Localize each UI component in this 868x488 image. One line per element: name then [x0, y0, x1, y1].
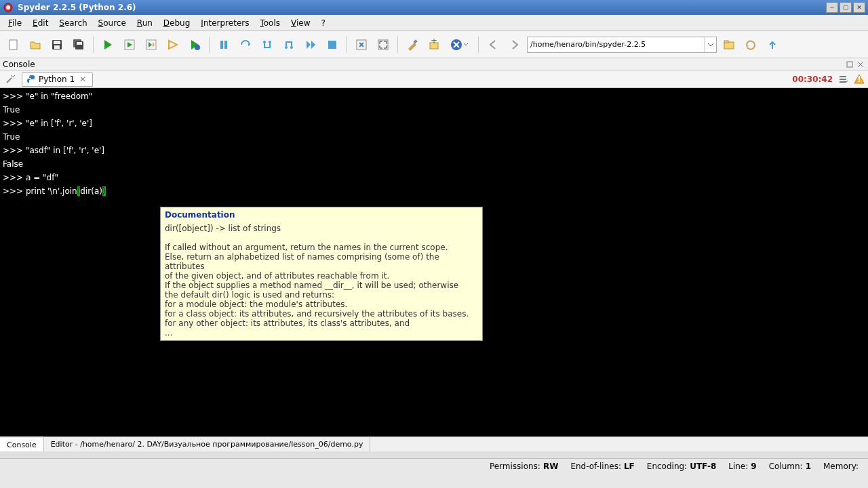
- minimize-button[interactable]: ─: [826, 2, 838, 13]
- svg-rect-26: [724, 41, 728, 43]
- console-tab-label: Python 1: [39, 75, 75, 84]
- status-col-value: 1: [806, 462, 811, 471]
- svg-rect-5: [54, 45, 60, 49]
- menu-run[interactable]: Run: [132, 17, 158, 29]
- list-menu-icon[interactable]: [837, 73, 849, 85]
- forward-button[interactable]: [505, 35, 524, 54]
- svg-point-17: [290, 46, 293, 49]
- menu-file[interactable]: File: [3, 17, 27, 29]
- menu-view[interactable]: View: [285, 17, 315, 29]
- close-button[interactable]: ✕: [853, 2, 865, 13]
- new-file-button[interactable]: [4, 35, 23, 54]
- python-path-button[interactable]: +: [425, 35, 443, 54]
- tooltip-body: dir([object]) -> list of strings If call…: [165, 224, 478, 338]
- window-title: Spyder 2.2.5 (Python 2.6): [18, 3, 826, 12]
- python-icon: [26, 75, 36, 84]
- timer-label: 00:30:42: [792, 75, 833, 84]
- menu-tools[interactable]: Tools: [254, 17, 285, 29]
- debug-continue-button[interactable]: [301, 35, 320, 54]
- svg-text:!: !: [857, 75, 861, 84]
- svg-rect-4: [54, 41, 60, 44]
- status-perm-label: Permissions:: [490, 462, 540, 471]
- svg-point-1: [6, 5, 10, 9]
- status-enc-value: UTF-8: [690, 462, 716, 471]
- working-dir-dropdown[interactable]: [704, 37, 716, 52]
- maximize-button[interactable]: ▢: [840, 2, 852, 13]
- tab-close-icon[interactable]: ✕: [77, 74, 88, 85]
- warning-icon[interactable]: !: [853, 73, 865, 85]
- svg-point-11: [195, 45, 200, 50]
- panel-close-icon[interactable]: [856, 60, 865, 69]
- menu-source[interactable]: Source: [93, 17, 132, 29]
- doc-tooltip: Documentation dir([object]) -> list of s…: [160, 207, 483, 341]
- app-icon: [3, 2, 14, 13]
- fullscreen-button[interactable]: [374, 35, 393, 54]
- svg-rect-12: [220, 41, 223, 49]
- console-tab-python1[interactable]: Python 1 ✕: [22, 72, 93, 87]
- debug-pause-button[interactable]: [214, 35, 233, 54]
- status-eol-value: LF: [624, 462, 635, 471]
- bottom-tab-editor[interactable]: Editor - /home/henaro/ 2. DAY/Визуальное…: [44, 437, 371, 451]
- run-button[interactable]: [98, 35, 117, 54]
- svg-point-14: [263, 41, 266, 43]
- set-dir-button[interactable]: [741, 35, 760, 54]
- svg-point-15: [269, 41, 271, 43]
- browse-dir-button[interactable]: [719, 35, 738, 54]
- debug-button[interactable]: [185, 35, 204, 54]
- svg-rect-8: [77, 42, 82, 45]
- debug-step-button[interactable]: [236, 35, 255, 54]
- working-dir-box: [527, 37, 717, 53]
- svg-rect-27: [847, 62, 852, 67]
- menu-interpreters[interactable]: Interpreters: [195, 17, 254, 29]
- console-panel-title: Console: [3, 60, 35, 69]
- status-col-label: Column:: [769, 462, 803, 471]
- bottom-tabbar: Console Editor - /home/henaro/ 2. DAY/Ви…: [0, 436, 868, 451]
- svg-rect-13: [224, 41, 227, 49]
- status-line-label: Line:: [728, 462, 748, 471]
- console-panel-header: Console: [0, 58, 868, 70]
- working-dir-input[interactable]: [528, 40, 704, 49]
- status-line-value: 9: [751, 462, 756, 471]
- toolbar: +: [0, 31, 868, 58]
- status-eol-label: End-of-lines:: [570, 462, 621, 471]
- debug-step-out-button[interactable]: [279, 35, 298, 54]
- text-cursor: [145, 353, 146, 364]
- back-button[interactable]: [484, 35, 502, 54]
- tooltip-header: Documentation: [165, 210, 478, 220]
- menubar: File Edit Search Source Run Debug Interp…: [0, 15, 868, 31]
- run-cell-button[interactable]: [120, 35, 139, 54]
- statusbar: Permissions:RW End-of-lines:LF Encoding:…: [0, 458, 868, 473]
- menu-debug[interactable]: Debug: [158, 17, 195, 29]
- svg-point-16: [285, 46, 288, 49]
- titlebar: Spyder 2.2.5 (Python 2.6) ─ ▢ ✕: [0, 0, 868, 15]
- run-selection-button[interactable]: [163, 35, 182, 54]
- preferences-button[interactable]: [403, 35, 422, 54]
- bottom-tab-console[interactable]: Console: [0, 436, 44, 451]
- maximize-pane-button[interactable]: [352, 35, 371, 54]
- status-mem-label: Memory:: [823, 462, 859, 471]
- debug-step-into-button[interactable]: [258, 35, 277, 54]
- panel-restore-icon[interactable]: [845, 60, 854, 69]
- parent-dir-button[interactable]: [763, 35, 782, 54]
- svg-rect-18: [328, 41, 336, 49]
- debug-stop-button[interactable]: [323, 35, 342, 54]
- status-enc-label: Encoding:: [647, 462, 687, 471]
- menu-help[interactable]: ?: [316, 17, 331, 29]
- svg-point-28: [29, 76, 30, 77]
- exit-debug-button[interactable]: [446, 35, 473, 54]
- console-options-icon[interactable]: [3, 73, 18, 86]
- save-all-button[interactable]: [69, 35, 88, 54]
- open-file-button[interactable]: [26, 35, 45, 54]
- svg-rect-2: [9, 40, 17, 49]
- svg-text:+: +: [431, 39, 437, 45]
- menu-edit[interactable]: Edit: [27, 17, 54, 29]
- run-cell-advance-button[interactable]: [142, 35, 161, 54]
- status-perm-value: RW: [543, 462, 558, 471]
- save-button[interactable]: [47, 35, 66, 54]
- console-tabbar: Python 1 ✕ 00:30:42 !: [0, 70, 868, 88]
- menu-search[interactable]: Search: [54, 17, 92, 29]
